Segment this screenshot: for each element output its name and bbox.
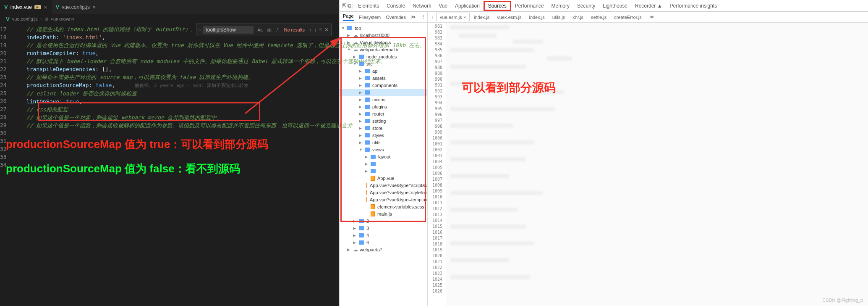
tree-item[interactable]: ▶setting [340,117,427,124]
source-sub-tab[interactable]: Filesystem [359,15,381,20]
tree-arrow-icon[interactable]: ▶ [347,33,351,37]
tree-item[interactable]: ▶ [340,160,427,167]
devtools-tab[interactable]: Lighthouse [599,1,631,11]
tree-item[interactable]: ▶☁Vue.js devtools [340,39,427,46]
close-icon[interactable]: × [92,4,96,11]
devtools-tab[interactable]: Vue [435,1,451,11]
tree-arrow-icon[interactable]: ▶ [359,119,363,123]
tree-arrow-icon[interactable]: ▶ [359,98,363,102]
editor-tab[interactable]: Vvue.config.js× [52,0,100,14]
tree-item[interactable]: ▶mixins [340,96,427,103]
tree-item[interactable]: ▶4 [340,232,427,239]
tree-item[interactable]: App.vue?vue&type=style&index=0& [340,189,427,196]
tree-item[interactable]: ▼src [340,60,427,67]
tree-item[interactable]: ▶plugins [340,103,427,110]
tree-arrow-icon[interactable]: ▶ [359,133,363,137]
tree-arrow-icon[interactable]: ▶ [365,155,369,159]
tree-item[interactable]: element-variables.scss [340,203,427,210]
tree-item[interactable]: App.vue?vue&type=template&id=7b [340,196,427,203]
find-option[interactable]: ab [266,27,273,33]
tree-item[interactable]: ▼views [340,146,427,153]
tree-arrow-icon[interactable]: ▼ [359,148,363,152]
close-icon[interactable]: ✕ [324,27,329,33]
tree-item[interactable]: ▼☁webpack-internal:// [340,46,427,53]
source-file-tab[interactable]: vue.esm.js × [436,13,470,21]
tree-item[interactable]: ▶6 [340,239,427,246]
tree-arrow-icon[interactable]: ▶ [353,226,357,230]
tree-arrow-icon[interactable]: ▶ [353,55,357,59]
tree-item[interactable]: ▶ [340,89,427,96]
find-filter-icon[interactable]: ≡ [319,27,322,33]
devtools-tab[interactable]: Network [409,1,435,11]
tree-arrow-icon[interactable]: ▶ [353,219,357,223]
tree-arrow-icon[interactable]: ▼ [353,62,357,66]
devtools-tab[interactable]: Recorder ▲ [631,1,666,11]
source-file-tab[interactable]: vuex.esm.js [494,13,525,21]
code-area[interactable]: 171819202122232425262728293031323334 // … [0,24,339,306]
source-file-tab[interactable]: createError.js [611,13,645,21]
tree-arrow-icon[interactable]: ▶ [365,162,369,166]
source-file-tab[interactable]: xhr.js [569,13,587,21]
device-icon[interactable]: ⧉ [348,3,351,9]
file-tab-menu-icon[interactable]: ⫶ [429,15,435,20]
close-icon[interactable]: × [44,4,47,11]
source-file-tab[interactable]: ≫ [646,13,658,21]
find-input[interactable] [203,26,254,34]
source-viewer[interactable]: 9819829839849859869879889899909919929939… [428,23,868,306]
tree-item[interactable]: ▶2 [340,217,427,224]
source-file-tab[interactable]: settle.js [588,13,610,21]
tree-arrow-icon[interactable]: ▶ [359,90,363,95]
devtools-tab[interactable]: Performance insights [666,1,721,11]
tree-item[interactable]: ▶components [340,82,427,89]
inspect-icon[interactable]: ⇱ [342,3,347,9]
devtools-tab[interactable]: Memory [548,1,573,11]
tree-arrow-icon[interactable]: ▶ [359,83,363,87]
tree-item[interactable]: ▶3 [340,224,427,232]
devtools-tab[interactable]: Application [451,1,484,11]
tree-item[interactable]: ▶☁localhost:8080 [340,32,427,39]
source-file-tab[interactable]: index.js [471,13,493,21]
editor-tab[interactable]: Vindex.vue9+× [0,0,52,14]
tree-item[interactable]: ▶ [340,167,427,174]
find-prev-icon[interactable]: ↑ [309,27,311,33]
tree-arrow-icon[interactable]: ▶ [359,140,363,145]
tree-item[interactable]: App.vue [340,174,427,182]
tree-item[interactable]: ▶utils [340,139,427,146]
chevron-right-icon[interactable]: › [199,27,201,33]
devtools-tab[interactable]: Security [573,1,599,11]
source-sub-tab[interactable]: ≫ [411,14,416,20]
tree-item[interactable]: main.js [340,210,427,217]
tree-item[interactable]: ▶styles [340,132,427,139]
source-sub-tab[interactable]: Overrides [386,15,406,20]
tree-arrow-icon[interactable]: ▶ [359,126,363,130]
tree-arrow-icon[interactable]: ▶ [347,248,351,252]
tree-item[interactable]: ▶store [340,124,427,132]
tree-item[interactable]: ▶api [340,67,427,74]
tree-item[interactable]: ▶router [340,110,427,117]
tree-arrow-icon[interactable]: ▶ [353,240,357,245]
tree-item[interactable]: ▶assets [340,74,427,82]
find-option[interactable]: Aa [256,27,264,33]
tree-arrow-icon[interactable]: ▶ [353,233,357,237]
tree-arrow-icon[interactable]: ▼ [347,47,351,52]
source-sub-tab[interactable]: Page [343,13,354,21]
breadcrumb[interactable]: V vue.config.js › ⊘ <unknown> [0,14,339,24]
tree-arrow-icon[interactable]: ▶ [359,76,363,80]
tree-item[interactable]: ▶☁webpack:// [340,246,427,253]
source-file-tab[interactable]: utils.js [549,13,569,21]
tree-item[interactable]: ▶layout [340,153,427,160]
source-file-tab[interactable]: index.js [526,13,548,21]
tree-item[interactable]: App.vue?vue&type=script&lang=js& [340,182,427,189]
tree-item[interactable]: ▼top [340,24,427,32]
devtools-tab[interactable]: Sources [484,1,511,11]
tree-arrow-icon[interactable]: ▶ [359,112,363,116]
source-tree[interactable]: ▼top▶☁localhost:8080▶☁Vue.js devtools▼☁w… [340,23,428,306]
tree-arrow-icon[interactable]: ▶ [359,105,363,109]
tree-arrow-icon[interactable]: ▶ [347,40,351,45]
find-next-icon[interactable]: ↓ [314,27,316,33]
tree-arrow-icon[interactable]: ▶ [365,169,369,173]
devtools-tab[interactable]: Console [383,1,409,11]
tree-item[interactable]: ▶node_modules [340,53,427,60]
tree-arrow-icon[interactable]: ▶ [359,69,363,73]
devtools-tab[interactable]: Performance [511,1,548,11]
